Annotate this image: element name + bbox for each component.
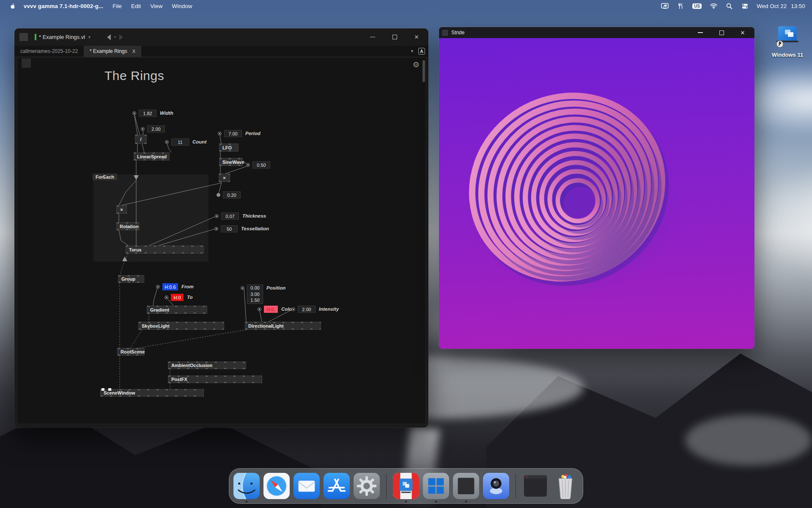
iobox-intensity[interactable]: 2.00 <box>298 306 315 313</box>
dock-item-vvvv-app[interactable] <box>453 473 479 499</box>
iobox-width[interactable]: 1.82 <box>139 110 156 117</box>
tab-0[interactable]: callmenames-2025-10-22 <box>14 46 84 57</box>
dock-item-parallels[interactable] <box>393 473 419 499</box>
vvvv-document-icon[interactable] <box>19 33 28 41</box>
dock-item-trash[interactable] <box>552 473 579 499</box>
wifi-icon[interactable] <box>710 3 717 10</box>
node-gradient[interactable]: Gradient <box>147 306 207 314</box>
node-linearspread[interactable]: LinearSpread <box>134 152 170 160</box>
iobox-value: 2.00 <box>151 127 160 132</box>
dock-item-mail[interactable] <box>294 473 320 499</box>
dock-item-safari[interactable] <box>263 473 290 499</box>
iobox-value: H:0. <box>266 307 275 312</box>
vvvv-gamma-window: * Example Rings.vl ▼ ✕ callmenames-2025-… <box>14 28 428 428</box>
minimize-button[interactable] <box>367 33 379 42</box>
node-label: Gradient <box>150 307 169 312</box>
menu-window[interactable]: Window <box>172 3 192 9</box>
running-indicator <box>35 34 36 40</box>
iobox-pin[interactable] <box>214 227 218 231</box>
iobox-position[interactable]: 0.003.001.50 <box>247 284 263 304</box>
iobox-pin[interactable] <box>218 132 222 135</box>
node-lfo[interactable]: LFO <box>219 144 239 152</box>
node-label: SceneWindow <box>104 390 135 395</box>
annotations-toggle[interactable]: A <box>418 48 425 55</box>
region-label[interactable]: ForEach <box>93 174 117 180</box>
node--[interactable]: × <box>116 205 127 214</box>
iobox-pin[interactable] <box>241 286 244 290</box>
iobox-thickness[interactable]: 0.07 <box>221 213 239 220</box>
app-menus: FileEditViewWindow <box>103 3 192 9</box>
navigate-back-icon[interactable] <box>106 34 112 41</box>
maximize-button[interactable] <box>716 28 727 37</box>
vvvv-title-bar: * Example Rings.vl ▼ ✕ <box>14 28 428 46</box>
node-ambientocclusion[interactable]: AmbientOcclusion <box>168 362 246 369</box>
close-button[interactable]: ✕ <box>737 28 749 37</box>
node-scenewindow[interactable]: SceneWindow <box>100 389 204 397</box>
iobox-pin[interactable] <box>215 214 219 218</box>
dock-item-minimized-window[interactable] <box>522 473 549 499</box>
iobox-pin[interactable] <box>141 127 145 131</box>
iobox-pin[interactable] <box>165 140 169 144</box>
control-center-icon[interactable] <box>741 3 749 10</box>
menu-edit[interactable]: Edit <box>131 3 141 9</box>
dock-item-magnifier-app[interactable] <box>483 473 509 499</box>
iobox-count[interactable]: 11 <box>171 138 189 146</box>
node-postfx[interactable]: PostFX <box>168 375 262 383</box>
active-app-name[interactable]: vvvv gamma 7.1-hdr-0002-g... <box>24 3 103 9</box>
iobox-pin[interactable] <box>246 163 250 167</box>
screen-mirroring-icon[interactable] <box>661 3 669 10</box>
iobox-pin[interactable] <box>217 193 220 197</box>
tab-list-caret-icon[interactable]: ▼ <box>410 49 414 53</box>
node-group[interactable]: Group <box>118 275 144 283</box>
iobox-tessellation[interactable]: 50 <box>221 225 238 232</box>
node--[interactable]: × <box>219 174 230 182</box>
node-label: Rotation <box>120 224 139 229</box>
iobox-row-value: 3.00 <box>247 291 263 298</box>
menu-file[interactable]: File <box>112 3 122 9</box>
node-torus[interactable]: Torus <box>126 246 204 254</box>
parallels-toolbox-icon[interactable] <box>677 3 684 10</box>
iobox-period[interactable]: 7.00 <box>224 130 242 137</box>
tab-close-icon[interactable]: X <box>132 49 135 54</box>
running-indicator-dot <box>246 501 247 502</box>
node-label: × <box>223 175 225 180</box>
cloud <box>744 161 812 279</box>
apple-logo-icon[interactable] <box>9 3 16 10</box>
iobox-pin[interactable] <box>132 111 136 115</box>
close-button[interactable]: ✕ <box>411 33 422 42</box>
date-text: Wed Oct 22 <box>757 3 787 9</box>
maximize-button[interactable] <box>389 33 401 42</box>
nav-dropdown-caret-icon[interactable] <box>113 36 117 39</box>
spotlight-search-icon[interactable] <box>725 3 733 10</box>
node-skyboxlight[interactable]: SkyboxLight <box>138 322 224 330</box>
iobox-color[interactable]: H:0. <box>264 306 278 313</box>
dock-item-app-store[interactable] <box>324 473 350 499</box>
input-source-badge[interactable]: US <box>692 3 702 9</box>
tab-1[interactable]: * Example RingsX <box>84 46 141 57</box>
iobox-4[interactable]: 0.50 <box>252 161 270 168</box>
iobox-pin[interactable] <box>156 285 160 289</box>
iobox-5[interactable]: 0.20 <box>223 191 241 199</box>
node-rotation[interactable]: Rotation <box>116 222 140 230</box>
node--[interactable]: / <box>135 135 147 144</box>
desktop-shortcut-windows-11[interactable]: Windows 11 <box>769 25 806 58</box>
menu-bar-clock[interactable]: Wed Oct 22 13:50 <box>757 3 805 9</box>
pin-label-intensity: Intensity <box>319 306 339 312</box>
title-dropdown-caret-icon[interactable]: ▼ <box>88 35 91 39</box>
dock-item-finder[interactable] <box>233 473 260 499</box>
node-directionallight[interactable]: DirectionalLight <box>245 322 321 330</box>
dock-item-windows-11[interactable] <box>423 473 449 499</box>
navigate-forward-icon[interactable] <box>118 34 124 41</box>
iobox-to[interactable]: H:0 <box>171 294 184 301</box>
node-rootscene[interactable]: RootScene <box>117 348 145 356</box>
iobox-value: 0.20 <box>227 193 236 198</box>
node-sinewave[interactable]: SineWave <box>219 158 243 166</box>
iobox-pin[interactable] <box>291 307 295 311</box>
iobox-1[interactable]: 2.00 <box>147 125 165 133</box>
menu-view[interactable]: View <box>150 3 162 9</box>
iobox-from[interactable]: H:0.6 <box>162 283 178 290</box>
iobox-pin[interactable] <box>165 295 168 299</box>
dock-item-system-settings[interactable] <box>354 473 380 499</box>
iobox-pin[interactable] <box>258 307 261 311</box>
minimize-button[interactable] <box>694 28 706 37</box>
